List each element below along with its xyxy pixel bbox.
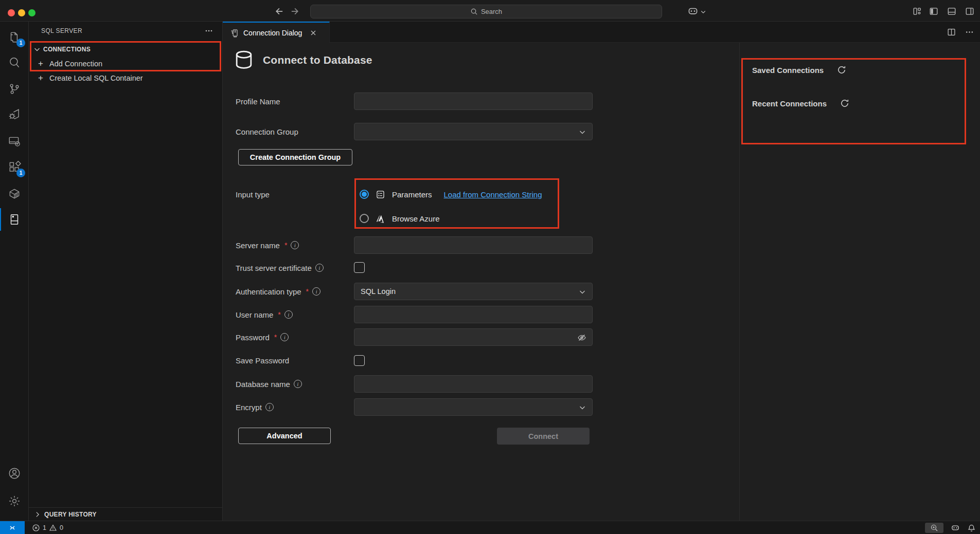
info-icon[interactable]: [280, 333, 289, 341]
connections-section-header[interactable]: CONNECTIONS: [29, 42, 222, 57]
input-type-parameters-option[interactable]: Parameters Load from Connection String: [360, 187, 542, 201]
explorer-badge: 1: [16, 39, 25, 47]
toggle-password-visibility-icon[interactable]: [577, 333, 587, 343]
radio-selected-icon[interactable]: [360, 190, 369, 199]
load-from-connection-string-link[interactable]: Load from Connection String: [444, 190, 542, 199]
refresh-recent-connections-icon[interactable]: [840, 99, 849, 108]
extensions-icon[interactable]: 1: [0, 155, 28, 179]
input-type-browse-azure-option[interactable]: Browse Azure: [360, 211, 440, 226]
chevron-down-icon: [578, 288, 586, 296]
connection-group-label: Connection Group: [236, 123, 298, 140]
required-marker: *: [306, 287, 309, 296]
profile-name-label: Profile Name: [236, 93, 280, 110]
create-local-sql-container-item[interactable]: Create Local SQL Container: [29, 71, 222, 85]
info-icon[interactable]: [315, 264, 324, 272]
accounts-icon[interactable]: [0, 461, 28, 486]
sql-server-view-icon[interactable]: [0, 207, 28, 232]
search-view-icon[interactable]: [0, 50, 28, 75]
connections-section-label: CONNECTIONS: [43, 46, 91, 53]
database-name-input[interactable]: [354, 375, 593, 393]
chevron-down-icon: [578, 403, 586, 412]
dialog-heading: Connect to Database: [234, 50, 372, 70]
input-type-label: Input type: [236, 186, 270, 203]
recent-connections-header: Recent Connections: [752, 99, 849, 108]
status-bar: 1 0: [0, 521, 980, 534]
split-editor-icon[interactable]: [947, 28, 956, 36]
password-input[interactable]: [354, 328, 593, 346]
encrypt-select[interactable]: [354, 398, 593, 416]
minimize-window-button[interactable]: [18, 9, 25, 16]
required-marker: *: [278, 310, 280, 319]
maximize-window-button[interactable]: [28, 9, 35, 16]
add-icon: [36, 59, 45, 69]
problems-status[interactable]: 1 0: [32, 521, 63, 534]
remote-icon: [8, 524, 16, 532]
radio-unselected-icon[interactable]: [360, 214, 369, 223]
search-placeholder: Search: [481, 8, 502, 15]
title-bar: Search: [0, 0, 980, 22]
info-icon[interactable]: [284, 310, 293, 319]
connect-button[interactable]: Connect: [497, 428, 590, 445]
connection-dialog-webview: Connect to Database Profile Name Connect…: [223, 43, 980, 521]
recent-connections-title: Recent Connections: [752, 99, 827, 108]
remote-indicator[interactable]: [0, 521, 25, 534]
encrypt-label: Encrypt: [236, 398, 274, 416]
sidebar-more-actions-icon[interactable]: [205, 27, 213, 35]
authentication-type-label: Authentication type*: [236, 283, 320, 300]
saved-connections-header: Saved Connections: [752, 65, 846, 75]
notifications-bell-icon[interactable]: [967, 524, 976, 532]
zoom-indicator[interactable]: [925, 523, 943, 533]
nav-back-icon[interactable]: [273, 6, 283, 16]
tab-bar: Connection Dialog: [223, 22, 980, 43]
info-icon[interactable]: [265, 403, 274, 411]
toggle-panel-icon[interactable]: [947, 7, 956, 16]
dialog-title: Connect to Database: [263, 54, 372, 66]
toggle-primary-sidebar-icon[interactable]: [929, 7, 938, 16]
copilot-status-icon[interactable]: [951, 523, 960, 532]
copilot-icon[interactable]: [687, 6, 699, 17]
refresh-saved-connections-icon[interactable]: [837, 65, 846, 75]
required-marker: *: [284, 241, 287, 249]
advanced-button[interactable]: Advanced: [238, 428, 331, 444]
remote-explorer-icon[interactable]: [0, 129, 28, 154]
customize-layout-icon[interactable]: [913, 7, 922, 16]
explorer-icon[interactable]: 1: [0, 25, 28, 49]
user-name-input[interactable]: [354, 306, 593, 323]
password-label: Password*: [236, 328, 289, 346]
tab-connection-dialog[interactable]: Connection Dialog: [223, 22, 330, 43]
copilot-chevron-down-icon[interactable]: [700, 9, 706, 15]
panel-divider: [739, 43, 740, 521]
more-actions-icon[interactable]: [965, 28, 974, 36]
source-control-icon[interactable]: [0, 77, 28, 101]
toggle-secondary-sidebar-icon[interactable]: [965, 7, 974, 16]
chevron-down-icon: [33, 45, 41, 53]
info-icon[interactable]: [291, 241, 299, 249]
server-name-input[interactable]: [354, 236, 593, 254]
settings-gear-icon[interactable]: [0, 489, 28, 513]
nav-forward-icon[interactable]: [291, 6, 301, 16]
connection-group-select[interactable]: [354, 123, 593, 140]
container-tools-icon[interactable]: [0, 181, 28, 206]
close-window-button[interactable]: [8, 9, 15, 16]
command-center-search[interactable]: Search: [310, 5, 662, 19]
save-password-checkbox[interactable]: [354, 355, 365, 366]
warning-icon: [49, 524, 57, 532]
editor-actions: [947, 22, 974, 43]
authentication-type-select[interactable]: SQL Login: [354, 283, 593, 300]
trust-server-certificate-checkbox[interactable]: [354, 262, 365, 273]
sidebar-header: SQL SERVER: [29, 22, 222, 40]
query-history-section-header[interactable]: QUERY HISTORY: [29, 507, 222, 521]
search-icon: [470, 8, 478, 15]
info-icon[interactable]: [294, 380, 302, 388]
tab-close-icon[interactable]: [309, 29, 317, 37]
warning-count: 0: [60, 524, 63, 531]
profile-name-input[interactable]: [354, 93, 593, 110]
create-connection-group-button[interactable]: Create Connection Group: [238, 149, 352, 165]
database-name-label: Database name: [236, 375, 302, 393]
activity-bar: 1 1: [0, 22, 29, 521]
run-debug-icon[interactable]: [0, 102, 28, 127]
save-password-label: Save Password: [236, 352, 289, 369]
sidebar-sql-server: SQL SERVER CONNECTIONS Add Connection Cr…: [29, 22, 223, 521]
info-icon[interactable]: [312, 287, 320, 296]
add-connection-item[interactable]: Add Connection: [29, 57, 222, 71]
